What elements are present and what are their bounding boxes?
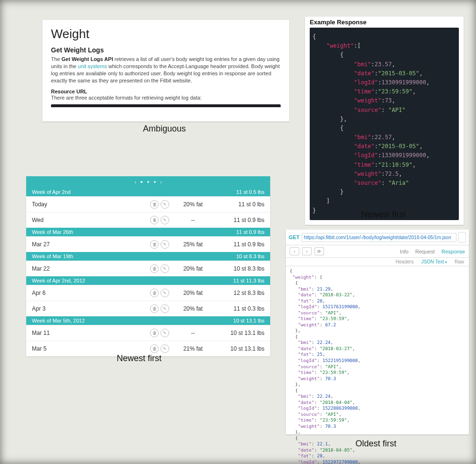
day-label: Mar 27 bbox=[32, 241, 136, 248]
weight-value: 11 st 0 lbs bbox=[217, 201, 264, 208]
tab-request[interactable]: Request bbox=[415, 249, 435, 254]
week-summary: 11 st 0.9 lbs bbox=[236, 229, 264, 235]
weight-value: 11 st 0.9 lbs bbox=[217, 217, 264, 223]
page-title: Weight bbox=[51, 27, 281, 41]
week-label: Week of Mar 5th, 2012 bbox=[32, 318, 85, 323]
tab-info[interactable]: Info bbox=[400, 249, 408, 254]
fat-value: -- bbox=[169, 330, 217, 336]
week-summary: 10 st 8.3 lbs bbox=[236, 253, 264, 259]
table-row[interactable]: Apr 3🗑✎20% fat11 st 0.3 lbs bbox=[26, 301, 270, 316]
prev-icon[interactable]: ‹ bbox=[134, 179, 136, 185]
url-bar: GET https://api.fitbit.com/1/user/-/body… bbox=[286, 230, 469, 245]
next-icon[interactable]: › bbox=[160, 179, 162, 185]
code-block-top bbox=[51, 104, 281, 107]
subtab-raw[interactable]: Raw bbox=[455, 259, 464, 264]
week-label: Week of Apr 2nd, 2012 bbox=[32, 278, 85, 283]
fat-value: 21% fat bbox=[169, 345, 217, 352]
example-response-panel: Example Response { "weight":[ { "bmi":23… bbox=[305, 17, 464, 225]
weight-value: 10 st 13.1 lbs bbox=[217, 345, 264, 352]
week-summary: 11 st 11.3 lbs bbox=[233, 278, 264, 283]
table-row[interactable]: Today🗑✎20% fat11 st 0 lbs bbox=[26, 196, 270, 212]
weight-value: 10 st 13.1 lbs bbox=[217, 330, 264, 336]
pencil-icon[interactable]: ✎ bbox=[161, 344, 169, 353]
back-button[interactable]: ‹ bbox=[290, 247, 299, 255]
response-json-body: { "weight": [ { "bmi": 21.29, "date": "2… bbox=[286, 266, 469, 464]
week-label: Week of Apr 2nd bbox=[32, 189, 71, 195]
refresh-button[interactable]: ⟳ bbox=[314, 247, 324, 255]
trash-icon[interactable]: 🗑 bbox=[150, 304, 159, 313]
trash-icon[interactable]: 🗑 bbox=[150, 216, 159, 224]
week-header: Week of Mar 26th11 st 0.9 lbs bbox=[26, 228, 270, 236]
trash-icon[interactable]: 🗑 bbox=[150, 344, 159, 353]
unit-systems-link[interactable]: unit systems bbox=[78, 63, 107, 69]
pager-dot[interactable] bbox=[154, 181, 156, 183]
weight-log-table-panel: ‹ › Week of Apr 2nd11 st 0.5 lbsToday🗑✎2… bbox=[26, 176, 270, 356]
request-url-input[interactable]: https://api.fitbit.com/1/user/-/body/log… bbox=[302, 233, 456, 242]
week-summary: 11 st 0.5 lbs bbox=[236, 189, 264, 195]
day-label: Apr 6 bbox=[32, 290, 136, 296]
url-dropdown[interactable] bbox=[458, 232, 466, 242]
pencil-icon[interactable]: ✎ bbox=[161, 200, 169, 209]
pencil-icon[interactable]: ✎ bbox=[161, 216, 169, 224]
week-summary: 10 st 13.1 lbs bbox=[233, 318, 264, 323]
resource-url-text: There are three acceptable formats for r… bbox=[51, 94, 281, 101]
fat-value: 20% fat bbox=[169, 201, 217, 208]
pencil-icon[interactable]: ✎ bbox=[161, 264, 169, 273]
example-response-code: { "weight":[ { "bmi":23.57, "date":"2015… bbox=[310, 28, 459, 220]
weight-value: 12 st 8.3 lbs bbox=[217, 290, 264, 296]
pager-dot[interactable] bbox=[141, 181, 142, 183]
pager-dot[interactable] bbox=[147, 181, 149, 183]
weight-value: 11 st 0.3 lbs bbox=[217, 305, 264, 312]
day-label: Apr 3 bbox=[32, 305, 136, 312]
top-tabs: Info Request Response bbox=[400, 249, 465, 254]
resource-url-heading: Resource URL bbox=[51, 89, 281, 94]
http-method: GET bbox=[289, 234, 300, 240]
response-subtabs: Headers JSON Text Raw bbox=[286, 258, 469, 266]
fat-value: 20% fat bbox=[169, 290, 217, 296]
pencil-icon[interactable]: ✎ bbox=[161, 240, 169, 249]
pencil-icon[interactable]: ✎ bbox=[161, 329, 169, 337]
table-row[interactable]: Wed🗑✎--11 st 0.9 lbs bbox=[26, 212, 270, 228]
pencil-icon[interactable]: ✎ bbox=[161, 304, 169, 313]
weight-value: 11 st 0.9 lbs bbox=[217, 241, 264, 248]
forward-button[interactable]: › bbox=[302, 247, 312, 255]
example-response-heading: Example Response bbox=[305, 17, 464, 28]
toolbar: ‹ › ⟳ Info Request Response bbox=[286, 245, 469, 258]
tab-response[interactable]: Response bbox=[441, 249, 465, 254]
subtab-headers[interactable]: Headers bbox=[395, 259, 414, 264]
caption-newest-first-1: Newest first bbox=[361, 210, 406, 220]
table-row[interactable]: Apr 6🗑✎20% fat12 st 8.3 lbs bbox=[26, 285, 270, 301]
day-label: Mar 11 bbox=[32, 330, 136, 336]
trash-icon[interactable]: 🗑 bbox=[150, 329, 159, 337]
week-header: Week of Apr 2nd11 st 0.5 lbs bbox=[26, 188, 270, 196]
doc-paragraph: The Get Weight Logs API retrieves a list… bbox=[51, 56, 281, 84]
caption-newest-first-2: Newest first bbox=[117, 353, 162, 363]
week-label: Week of Mar 26th bbox=[32, 229, 73, 235]
pencil-icon[interactable]: ✎ bbox=[161, 289, 169, 297]
table-row[interactable]: Mar 11🗑✎--10 st 13.1 lbs bbox=[26, 325, 270, 341]
fat-value: -- bbox=[169, 217, 217, 223]
api-doc-panel: Weight Get Weight Logs The Get Weight Lo… bbox=[42, 20, 289, 121]
api-explorer-panel: GET https://api.fitbit.com/1/user/-/body… bbox=[286, 230, 469, 434]
subtab-json[interactable]: JSON Text bbox=[421, 259, 447, 264]
fat-value: 25% fat bbox=[169, 241, 217, 248]
table-row[interactable]: Mar 22🗑✎20% fat10 st 8.3 lbs bbox=[26, 261, 270, 276]
section-title: Get Weight Logs bbox=[51, 46, 281, 54]
weight-value: 10 st 8.3 lbs bbox=[217, 265, 264, 272]
fat-value: 20% fat bbox=[169, 265, 217, 272]
caption-ambiguous: Ambiguous bbox=[143, 124, 186, 134]
week-header: Week of Mar 19th10 st 8.3 lbs bbox=[26, 252, 270, 261]
day-label: Today bbox=[32, 201, 136, 208]
pager[interactable]: ‹ › bbox=[26, 176, 270, 188]
trash-icon[interactable]: 🗑 bbox=[150, 289, 159, 297]
table-row[interactable]: Mar 27🗑✎25% fat11 st 0.9 lbs bbox=[26, 236, 270, 252]
day-label: Wed bbox=[32, 217, 136, 223]
trash-icon[interactable]: 🗑 bbox=[150, 240, 159, 249]
trash-icon[interactable]: 🗑 bbox=[150, 264, 159, 273]
day-label: Mar 5 bbox=[32, 345, 136, 352]
week-header: Week of Mar 5th, 201210 st 13.1 lbs bbox=[26, 316, 270, 325]
day-label: Mar 22 bbox=[32, 265, 136, 272]
trash-icon[interactable]: 🗑 bbox=[150, 200, 159, 209]
week-label: Week of Mar 19th bbox=[32, 253, 73, 259]
fat-value: 20% fat bbox=[169, 305, 217, 312]
